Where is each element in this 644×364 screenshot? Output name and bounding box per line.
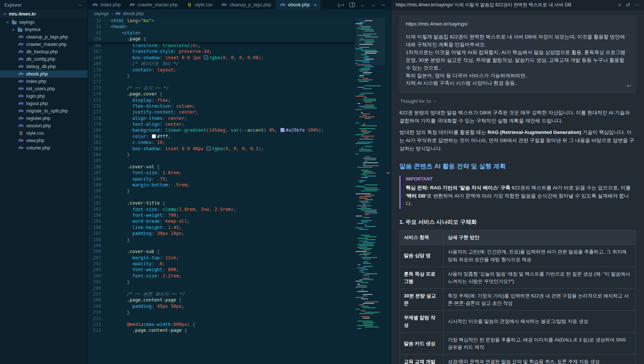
php-file-icon: php [18,124,24,127]
service-detail-cell: 특정 주제(예: 가정의 가치)를 입력하면 622권 내 관련 구절을 논리적… [444,289,636,310]
file-label: db_backup.php [26,49,58,54]
php-file-icon: php [18,87,24,90]
table-row: 주제별 칼럼 작성시사적인 이슈를 말씀의 관점에서 해석하는 블로그/칼럼 자… [400,311,636,333]
tab-ebook.php[interactable]: phpebook.php× [276,0,321,10]
code-line: 34<head> [88,24,354,30]
code-line: 32<html lang="ko"> [88,18,354,24]
run-icon: ▷ [338,2,342,8]
close-icon[interactable]: × [314,2,317,8]
code-line: 213 .page.content-page { [88,327,354,333]
php-file-icon: php [18,109,24,112]
php-file-icon: php [92,3,98,6]
file-label: style.css [26,131,44,136]
breadcrumb-folder[interactable]: sayings [94,11,109,16]
more-actions-icon[interactable]: ⋯ [381,2,386,8]
file-item-index.php[interactable]: phpindex.php [0,78,88,85]
chevron-down-icon: ▾ [3,12,7,16]
file-item-logout.php[interactable]: phplogout.php [0,100,88,107]
tab-style.css[interactable]: {}style.css [182,0,217,10]
tab-cleanup_p_tags.php[interactable]: phpcleanup_p_tags.php [217,0,276,10]
app-window: Explorer ⋯ ▾ mts.4men.kr ▾sayings▸tinymc… [0,0,644,364]
file-label: index.php [26,79,46,84]
chat-topbar: https://mts.4men.kr/sayings/ 이제 이렇게 말씀집 … [391,0,644,10]
file-label: init_users.php [26,86,55,91]
service-name-cell: 말씀 상담 앱 [400,245,444,267]
add-icon[interactable]: + [618,2,621,8]
service-detail-cell: 사용자의 고민(예: 인간관계, 진로)을 입력하면 AI가 관련 말씀을 추출… [444,245,636,267]
callout-body: 핵심 전략: RAG 기반의 '말씀 지식 베이스' 구축 622권의 텍스트를… [406,184,634,208]
code-editor[interactable]: 166 transform: translateZ(0);167 transfo… [88,18,391,364]
code-line: 169 /* 레이아웃 격리 */ [88,61,354,67]
table-header-cell: 서비스 항목 [400,230,444,245]
thought-toggle[interactable]: Thought for 1s › [400,98,635,104]
file-item-crawler_master.php[interactable]: phpcrawler_master.php [0,41,88,48]
php-file-icon: php [280,3,286,6]
prompt-preview[interactable]: https://mts.4men.kr/sayings/ 이제 이렇게 말씀집 … [396,2,614,8]
service-detail-cell: 성경/원리 문맥과 연결된 말씀 요약 및 학습용 퀴즈, 토론 주제 자동 생… [444,354,636,364]
code-line: 211 [88,316,354,321]
code-line: 193 font-size: clamp(1.8rem, 3vw, 2.5rem… [88,206,354,212]
file-item-cleanup_p_tags.php[interactable]: phpcleanup_p_tags.php [0,33,88,41]
table-row: 교육 교재 개발성경/원리 문맥과 연결된 말씀 요약 및 학습용 퀴즈, 토론… [400,354,636,364]
back-icon[interactable]: ← [360,2,365,8]
tab-label: ebook.php [288,2,310,7]
run-button[interactable]: ▷▾ [338,2,344,8]
quote-link[interactable]: https://mts.4men.kr/sayings/ [406,20,630,28]
file-label: crawler_master.php [26,42,67,47]
more-icon[interactable]: ⋯ [78,2,84,8]
more-icon[interactable]: ⋯ [634,2,640,8]
code-line: 192 .cover-title { [88,200,354,206]
code-line: 207 /* ── 본문 페이지 ── */ [88,291,354,297]
tab-index.php[interactable]: phpindex.php [88,0,125,10]
code-lines: 166 transform: translateZ(0);167 transfo… [88,18,354,334]
quote-paragraph: 1차적으로는 이것을 어떻게 AI와 접목할지, AI가 학습해서 말씀 상담앱… [406,49,630,72]
tab-label: style.css [195,2,212,7]
file-item-init_users.php[interactable]: phpinit_users.php [0,85,88,92]
workspace-root-label: mts.4men.kr [9,11,36,17]
file-item-view.php[interactable]: phpview.php [0,137,88,144]
php-file-icon: php [18,50,24,53]
code-line: 175 display: flex; [88,97,354,103]
file-item-db_backup.php[interactable]: phpdb_backup.php [0,48,88,55]
file-item-register.php[interactable]: phpregister.php [0,115,88,122]
minimap[interactable] [355,18,385,364]
service-table: 서비스 항목상세 구현 방안 말씀 상담 앱사용자의 고민(예: 인간관계, 진… [399,230,636,364]
code-line: 199 [88,243,354,249]
reply-icon[interactable]: ↩ [627,82,631,90]
code-line: 210 } [88,309,354,315]
file-item-db_config.php[interactable]: phpdb_config.php [0,55,88,63]
file-label: tinymce [25,27,41,32]
php-file-icon: php [116,12,120,15]
php-file-icon: php [18,65,24,68]
folder-item-sayings[interactable]: ▾sayings [0,18,88,26]
sidebar-title: Explorer [4,3,22,8]
folder-icon [12,21,17,24]
file-item-session.php[interactable]: phpsession.php [0,122,88,129]
code-line: 209 padding: 45px 50px; [88,303,354,309]
file-tree: ▾sayings▸tinymcephpcleanup_p_tags.phpphp… [0,18,88,364]
tab-crawler_master.php[interactable]: phpcrawler_master.php [125,0,182,10]
file-item-migrate_to_split.php[interactable]: phpmigrate_to_split.php [0,107,88,115]
callout-label: IMPORTANT [406,176,634,182]
history-icon[interactable]: ↺ [626,2,630,8]
file-item-ebook.php[interactable]: phpebook.php [0,70,88,78]
code-line: 196 line-height: 1.45; [88,225,354,230]
workspace-root[interactable]: ▾ mts.4men.kr [0,10,88,18]
file-item-volume.php[interactable]: phpvolume.php [0,144,88,152]
tab-strip: phpindex.phpphpcrawler_master.php{}style… [88,0,321,10]
file-item-login.php[interactable]: phplogin.php [0,92,88,100]
thought-label: Thought for 1s [400,98,431,104]
code-line: 206 [88,285,354,291]
code-line: 179 text-align: center; [88,121,354,127]
breadcrumb-file[interactable]: ebook.php [123,11,144,16]
php-file-icon: php [18,58,24,61]
split-editor-icon[interactable] [350,3,355,7]
file-item-debug_db.php[interactable]: phpdebug_db.php [0,63,88,70]
folder-item-tinymce[interactable]: ▸tinymce [0,26,88,33]
code-line: 194 font-weight: 700; [88,212,354,218]
editor-pane: phpindex.phpphpcrawler_master.php{}style… [88,0,391,364]
code-line: 174 .page.cover { [88,91,354,97]
forward-icon[interactable]: → [371,2,375,8]
file-item-style.css[interactable]: {}style.css [0,129,88,137]
table-header-row: 서비스 항목상세 구현 방안 [400,230,636,245]
